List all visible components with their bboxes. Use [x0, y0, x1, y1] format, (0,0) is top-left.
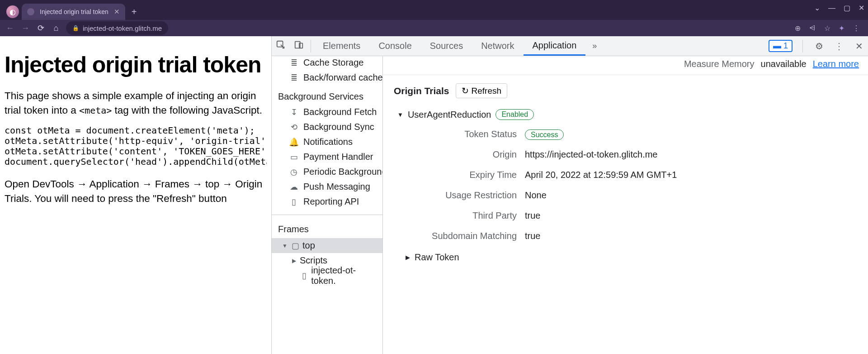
intro-paragraph: This page shows a simple example of inje…: [5, 89, 267, 117]
application-main: Measure Memory unavailable Learn more Or…: [383, 56, 868, 354]
origin-label: Origin: [412, 149, 525, 160]
application-sidebar: ≣Cache Storage ≣Back/forward cache Backg…: [272, 56, 383, 354]
cloud-icon: ☁: [289, 182, 299, 192]
fetch-icon: ↧: [289, 107, 299, 117]
profile-avatar-icon[interactable]: ◐: [6, 5, 19, 18]
bookmark-icon[interactable]: ☆: [824, 24, 830, 33]
subdomain-label: Subdomain Matching: [412, 231, 525, 241]
measure-memory-label: Measure Memory: [684, 59, 755, 69]
document-icon: ▯: [289, 197, 299, 207]
sidebar-item-payment-handler[interactable]: ▭Payment Handler: [272, 149, 382, 164]
window-close-icon[interactable]: ✕: [859, 4, 864, 12]
window-controls: ⌄ — ▢ ✕: [814, 4, 864, 12]
tab-elements[interactable]: Elements: [314, 36, 369, 56]
tab-strip: ◐ Injected origin trial token ✕ + ⌄ — ▢ …: [0, 0, 868, 20]
raw-token-label: Raw Token: [415, 252, 459, 263]
bell-icon: 🔔: [289, 137, 299, 147]
inspect-icon[interactable]: [272, 40, 290, 52]
tab-console[interactable]: Console: [369, 36, 420, 56]
subdomain-value: true: [525, 231, 857, 241]
raw-token-row[interactable]: ▶ Raw Token: [406, 252, 857, 263]
issues-count: 1: [783, 41, 788, 51]
url-text: injected-ot-token.glitch.me: [83, 24, 162, 32]
origin-trials-section: Origin Trials ↻ Refresh ▼ UserAgentReduc…: [383, 75, 868, 271]
sidebar-item-reporting-api[interactable]: ▯Reporting API: [272, 194, 382, 209]
sidebar-item-bf-cache[interactable]: ≣Back/forward cache: [272, 70, 382, 85]
frame-top[interactable]: ▼ ▢ top: [272, 238, 382, 253]
enabled-badge: Enabled: [495, 109, 534, 120]
device-toggle-icon[interactable]: [290, 40, 308, 52]
clock-icon: ◷: [289, 167, 299, 177]
expiry-value: April 20, 2022 at 12:59:59 AM GMT+1: [525, 170, 857, 180]
database-icon: ≣: [289, 73, 299, 83]
maximize-icon[interactable]: ▢: [844, 4, 850, 12]
browser-tab[interactable]: Injected origin trial token ✕: [22, 4, 125, 20]
devtools-close-icon[interactable]: ✕: [853, 41, 865, 52]
tab-close-icon[interactable]: ✕: [114, 8, 120, 16]
menu-icon[interactable]: ⋮: [853, 24, 860, 33]
expiry-label: Expiry Time: [412, 170, 525, 180]
sidebar-item-cache-storage[interactable]: ≣Cache Storage: [272, 56, 382, 70]
trial-name: UserAgentReduction: [408, 110, 491, 120]
measure-memory-row: Measure Memory unavailable Learn more: [383, 56, 868, 75]
refresh-button[interactable]: ↻ Refresh: [456, 83, 508, 98]
trial-details: Token Status Success Origin https://inje…: [412, 129, 857, 241]
zoom-icon[interactable]: ⊕: [795, 24, 801, 33]
third-party-label: Third Party: [412, 210, 525, 221]
expand-icon[interactable]: ▼: [397, 111, 403, 118]
sidebar-item-notifications[interactable]: 🔔Notifications: [272, 134, 382, 149]
frame-file[interactable]: ▯ injected-ot-token.: [272, 268, 382, 283]
tab-title: Injected origin trial token: [40, 8, 108, 15]
sidebar-item-push-messaging[interactable]: ☁Push Messaging: [272, 179, 382, 194]
separator: [802, 40, 803, 53]
tab-dropdown-icon[interactable]: ⌄: [814, 4, 820, 12]
more-tabs-icon[interactable]: »: [585, 41, 604, 51]
tab-application[interactable]: Application: [524, 36, 586, 56]
tab-favicon-icon: [27, 8, 34, 15]
origin-trials-heading: Origin Trials: [394, 86, 449, 96]
file-icon: ▯: [300, 271, 308, 281]
sidebar-group-frames: Frames: [272, 220, 382, 238]
tab-network[interactable]: Network: [472, 36, 523, 56]
share-icon[interactable]: ⩤: [809, 24, 816, 32]
separator: [311, 40, 311, 53]
lock-icon: 🔒: [72, 25, 79, 31]
expand-icon[interactable]: ▼: [282, 243, 288, 249]
tab-sources[interactable]: Sources: [421, 36, 472, 56]
database-icon: ≣: [289, 58, 299, 68]
toolbar: ← → ⟳ ⌂ 🔒 injected-ot-token.glitch.me ⊕ …: [0, 20, 868, 36]
sync-icon: ⟲: [289, 122, 299, 132]
expand-icon[interactable]: ▶: [291, 258, 297, 264]
measure-memory-value: unavailable: [761, 59, 807, 69]
meta-code: <meta>: [79, 105, 112, 116]
sidebar-item-periodic-sync[interactable]: ◷Periodic Background: [272, 164, 382, 179]
sidebar-item-background-fetch[interactable]: ↧Background Fetch: [272, 105, 382, 120]
reload-button[interactable]: ⟳: [35, 23, 46, 33]
usage-value: None: [525, 190, 857, 201]
sidebar-item-background-sync[interactable]: ⟲Background Sync: [272, 120, 382, 134]
devtools-panel: Elements Console Sources Network Applica…: [271, 36, 868, 354]
trial-row[interactable]: ▼ UserAgentReduction Enabled: [397, 109, 857, 120]
issues-badge[interactable]: ▬ 1: [769, 40, 793, 52]
forward-button[interactable]: →: [20, 24, 31, 33]
back-button[interactable]: ←: [5, 24, 15, 33]
home-button[interactable]: ⌂: [51, 24, 61, 33]
devtools-menu-icon[interactable]: ⋮: [833, 41, 845, 52]
instructions-paragraph: Open DevTools → Application → Frames → t…: [5, 177, 267, 206]
extensions-icon[interactable]: ✦: [839, 24, 844, 33]
refresh-icon: ↻: [462, 86, 469, 96]
address-bar[interactable]: 🔒 injected-ot-token.glitch.me: [66, 21, 168, 35]
origin-value: https://injected-ot-token.glitch.me: [525, 149, 857, 160]
expand-icon[interactable]: ▶: [406, 254, 410, 261]
settings-icon[interactable]: ⚙: [813, 41, 826, 52]
devtools-tabbar: Elements Console Sources Network Applica…: [272, 36, 868, 56]
page-heading: Injected origin trial token: [5, 52, 267, 78]
issue-icon: ▬: [773, 41, 781, 51]
code-block: const otMeta = document.createElement('m…: [5, 125, 267, 167]
browser-chrome: ◐ Injected origin trial token ✕ + ⌄ — ▢ …: [0, 0, 868, 36]
rendered-page: Injected origin trial token This page sh…: [0, 36, 271, 354]
minimize-icon[interactable]: —: [828, 4, 835, 12]
new-tab-button[interactable]: +: [125, 7, 143, 20]
usage-label: Usage Restriction: [412, 190, 525, 201]
learn-more-link[interactable]: Learn more: [813, 59, 859, 69]
